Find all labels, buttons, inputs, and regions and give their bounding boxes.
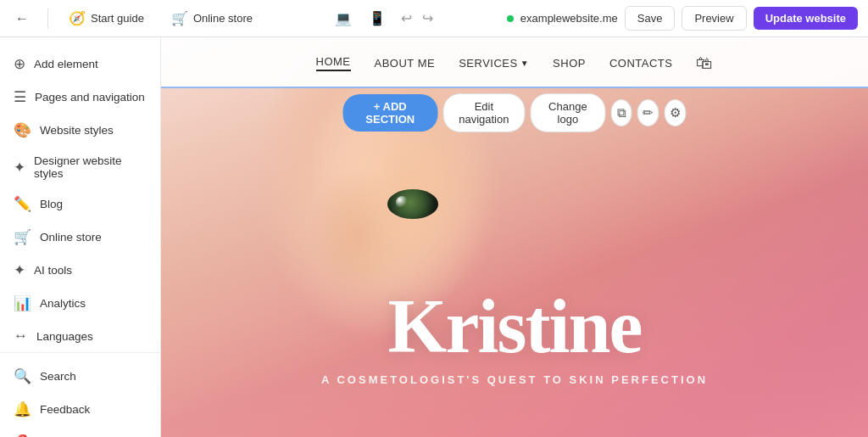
domain-text: examplewebsite.me [520,12,618,25]
topbar-right: examplewebsite.me Save Preview Update we… [507,6,858,31]
preview-button[interactable]: Preview [682,6,746,31]
main-layout: ⊕ Add element ☰ Pages and navigation 🎨 W… [0,37,868,437]
ai-icon: ✦ [14,261,25,279]
sidebar-item-label: Online store [40,231,102,244]
sidebar-item-ai-tools[interactable]: ✦ AI tools [0,254,160,287]
sidebar-item-designer-styles[interactable]: ✦ Designer website styles [0,147,160,188]
start-guide-label: Start guide [91,12,144,25]
designer-icon: ✦ [14,159,25,176]
sidebar-item-feedback[interactable]: 🔔 Feedback [0,393,160,426]
help-icon: ❓ [14,434,31,437]
topbar-center: 💻 📱 ↩ ↪ [330,5,437,32]
edit-navigation-button[interactable]: Edit navigation [442,93,526,132]
sidebar-item-label: Add element [34,58,98,70]
mobile-icon: 📱 [369,10,386,26]
nav-link-home[interactable]: HOME [316,55,351,71]
sidebar-item-label: Website styles [40,124,114,137]
sidebar-item-label: Analytics [40,297,86,310]
nav-link-contacts[interactable]: CONTACTS [609,57,673,70]
sidebar-item-blog[interactable]: ✏️ Blog [0,188,160,221]
start-guide-icon: 🧭 [69,10,86,26]
edit-icon-button[interactable]: ✏ [637,99,659,126]
change-logo-button[interactable]: Change logo [531,93,605,132]
services-label: SERVICES [459,57,518,70]
start-guide-button[interactable]: 🧭 Start guide [62,7,151,30]
online-store-label: Online store [193,12,253,25]
store-icon: 🛒 [14,228,31,246]
update-website-button[interactable]: Update website [754,7,858,30]
sidebar-bottom: 🔍 Search 🔔 Feedback ❓ Help and resources [0,352,160,437]
sidebar-item-pages-navigation[interactable]: ☰ Pages and navigation [0,81,160,114]
styles-icon: 🎨 [14,121,31,139]
topbar: ← 🧭 Start guide 🛒 Online store 💻 📱 ↩ ↪ e… [0,0,868,37]
nav-link-services[interactable]: SERVICES ▼ [459,57,529,70]
nav-link-shop[interactable]: SHOP [553,57,586,70]
search-icon: 🔍 [14,367,31,385]
hero-title: Kristine [161,289,868,365]
sidebar-item-online-store[interactable]: 🛒 Online store [0,221,160,254]
online-store-button[interactable]: 🛒 Online store [164,7,259,30]
sidebar-item-label: Designer website styles [34,154,147,180]
settings-icon: ⚙ [670,105,681,120]
languages-icon: ↔ [14,328,28,345]
redo-button[interactable]: ↪ [419,7,437,30]
settings-icon-button[interactable]: ⚙ [665,99,687,126]
copy-icon: ⧉ [617,105,626,120]
nav-link-about[interactable]: ABOUT ME [375,57,436,70]
status-dot [507,15,514,22]
copy-icon-button[interactable]: ⧉ [610,99,632,126]
add-section-button[interactable]: + ADD SECTION [343,94,438,132]
feedback-icon: 🔔 [14,401,31,418]
undo-redo-group: ↩ ↪ [398,7,437,30]
sidebar-item-help[interactable]: ❓ Help and resources [0,426,160,437]
mobile-view-button[interactable]: 📱 [364,5,391,32]
desktop-icon: 💻 [335,10,352,26]
sidebar-item-analytics[interactable]: 📊 Analytics [0,287,160,320]
canvas-area: Kristine A COSMETOLOGIST'S QUEST TO SKIN… [161,37,868,437]
nav-cart-icon[interactable]: 🛍 [696,53,713,73]
site-nav: HOME ABOUT ME SERVICES ▼ SHOP CONTACTS 🛍 [161,37,868,88]
website-preview: Kristine A COSMETOLOGIST'S QUEST TO SKIN… [161,37,868,437]
sidebar-item-label: AI tools [34,264,72,277]
save-button[interactable]: Save [625,6,676,31]
hero-text-container: Kristine A COSMETOLOGIST'S QUEST TO SKIN… [161,289,868,386]
edit-icon: ✏ [643,105,654,120]
sidebar-item-label: Search [40,370,76,383]
analytics-icon: 📊 [14,294,31,312]
floating-toolbar: + ADD SECTION Edit navigation Change log… [338,88,692,137]
cart-icon: 🛒 [171,10,188,26]
site-nav-links: HOME ABOUT ME SERVICES ▼ SHOP CONTACTS 🛍 [316,53,714,73]
undo-button[interactable]: ↩ [398,7,415,30]
sidebar: ⊕ Add element ☰ Pages and navigation 🎨 W… [0,37,161,437]
sidebar-item-add-element[interactable]: ⊕ Add element [0,48,160,81]
sidebar-item-languages[interactable]: ↔ Languages [0,320,160,352]
topbar-divider [47,8,48,29]
add-element-icon: ⊕ [14,55,25,73]
hero-eye-detail [387,189,438,219]
hero-subtitle: A COSMETOLOGIST'S QUEST TO SKIN PERFECTI… [161,373,868,386]
back-icon: ← [15,11,29,26]
sidebar-item-label: Pages and navigation [35,91,145,104]
sidebar-item-label: Languages [36,330,93,343]
sidebar-item-website-styles[interactable]: 🎨 Website styles [0,114,160,147]
desktop-view-button[interactable]: 💻 [330,5,357,32]
sidebar-item-label: Blog [40,198,63,210]
services-dropdown-icon: ▼ [520,59,529,68]
back-button[interactable]: ← [10,7,34,31]
blog-icon: ✏️ [14,195,31,213]
sidebar-item-label: Feedback [40,403,90,416]
sidebar-item-search[interactable]: 🔍 Search [0,360,160,393]
pages-icon: ☰ [14,88,26,106]
